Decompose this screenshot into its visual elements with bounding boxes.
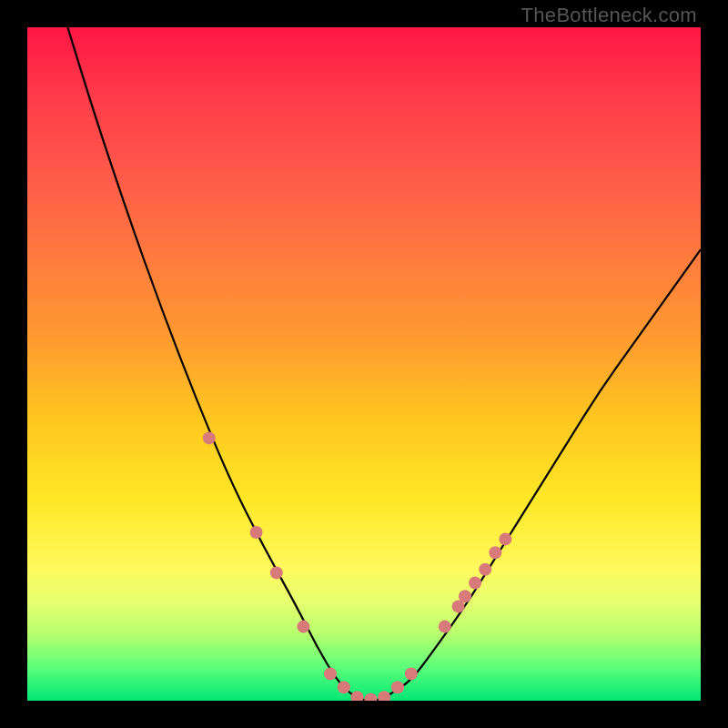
marker-dot bbox=[439, 621, 451, 633]
marker-dot bbox=[459, 590, 471, 602]
chart-svg bbox=[27, 27, 701, 701]
marker-dot bbox=[270, 566, 283, 579]
marker-dot bbox=[405, 667, 418, 680]
marker-dot bbox=[479, 563, 491, 576]
marker-dot bbox=[489, 546, 501, 559]
marker-dot bbox=[297, 621, 309, 633]
marker-dot bbox=[351, 691, 364, 701]
marker-dot bbox=[250, 526, 263, 539]
marker-dot bbox=[391, 681, 404, 693]
marker-dot bbox=[378, 691, 390, 701]
plot-area bbox=[27, 27, 701, 701]
marker-dot bbox=[364, 693, 377, 702]
watermark-text: TheBottleneck.com bbox=[521, 4, 697, 27]
marker-dot bbox=[499, 532, 511, 545]
marker-dots bbox=[203, 431, 512, 701]
marker-dot bbox=[324, 667, 337, 680]
marker-dot bbox=[469, 577, 481, 590]
chart-frame: TheBottleneck.com bbox=[0, 0, 728, 728]
marker-dot bbox=[203, 431, 216, 444]
marker-dot bbox=[338, 681, 350, 693]
bottleneck-curve bbox=[67, 27, 701, 701]
